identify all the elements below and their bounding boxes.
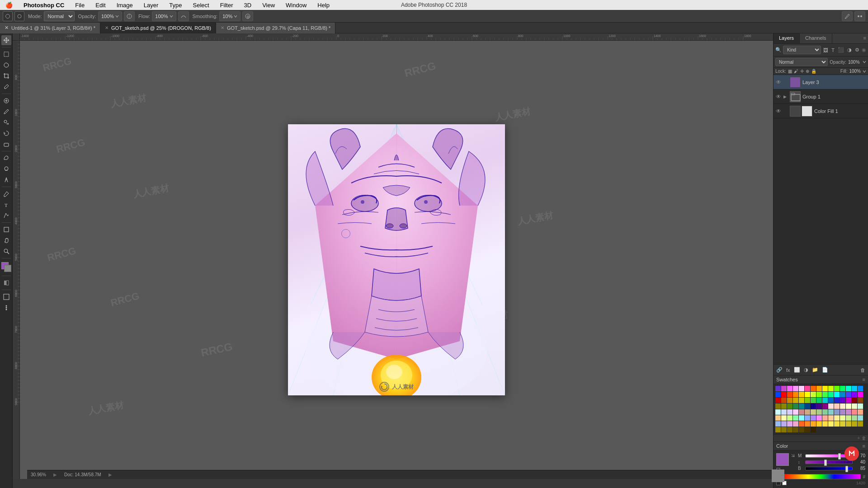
swatch-60[interactable] <box>858 404 863 409</box>
swatch-109[interactable] <box>793 427 798 432</box>
swatch-3[interactable] <box>787 386 793 391</box>
swatch-20[interactable] <box>799 392 804 397</box>
swap-colors-icon[interactable] <box>791 453 795 458</box>
swatch-17[interactable] <box>781 392 787 397</box>
swatch-89[interactable] <box>852 415 857 421</box>
swatch-80[interactable] <box>799 415 804 421</box>
swatch-27[interactable] <box>840 392 845 397</box>
menu-filter[interactable]: Filter <box>218 2 235 9</box>
link-layers-btn[interactable]: 🔗 <box>775 366 783 374</box>
dodge-tool[interactable] <box>1 175 11 185</box>
swatch-7[interactable] <box>811 386 816 391</box>
swatch-8[interactable] <box>816 386 822 391</box>
brush-preview[interactable] <box>3 11 13 21</box>
filter-kind-select[interactable]: Kind Name Effect Mode Attribute Color <box>783 46 821 54</box>
tab-channels[interactable]: Channels <box>800 33 832 43</box>
swatch-65[interactable] <box>799 409 804 415</box>
swatch-45[interactable] <box>858 398 863 403</box>
history-brush-tool[interactable] <box>1 128 11 138</box>
slider-b-track[interactable] <box>805 467 853 470</box>
swatch-88[interactable] <box>846 415 851 421</box>
swatch-58[interactable] <box>846 404 851 409</box>
swatch-18[interactable] <box>787 392 793 397</box>
swatch-70[interactable] <box>828 409 834 415</box>
swatch-95[interactable] <box>799 421 804 427</box>
swatch-14[interactable] <box>852 386 857 391</box>
menu-3d[interactable]: 3D <box>242 2 254 9</box>
tab-got-sketch1[interactable]: ✕ GOT_sketch.psd @ 25% (DROGON, RGB/8) <box>100 23 216 33</box>
tab-got-sketch2[interactable]: ✕ GOT_sketch.psd @ 29.7% (Capa 11, RGB/8… <box>216 23 335 33</box>
layer-item-colorfill1[interactable]: 👁 Color Fill 1 <box>774 104 868 118</box>
swatch-30[interactable] <box>858 392 863 397</box>
swatch-66[interactable] <box>805 409 810 415</box>
swatch-86[interactable] <box>834 415 840 421</box>
menu-select[interactable]: Select <box>191 2 211 9</box>
swatch-61[interactable] <box>775 409 781 415</box>
swatch-47[interactable] <box>781 404 787 409</box>
swatch-84[interactable] <box>822 415 828 421</box>
swatch-96[interactable] <box>805 421 810 427</box>
blur-tool[interactable] <box>1 164 11 174</box>
new-group-btn[interactable]: 📁 <box>811 366 819 374</box>
background-swatch[interactable] <box>4 265 11 272</box>
swatch-2[interactable] <box>781 386 787 391</box>
swatch-15[interactable] <box>858 386 863 391</box>
swatch-28[interactable] <box>846 392 851 397</box>
swatch-112[interactable] <box>811 427 816 432</box>
swatch-5[interactable] <box>799 386 804 391</box>
tab-layers[interactable]: Layers <box>774 33 800 43</box>
swatch-101[interactable] <box>834 421 840 427</box>
group1-expand[interactable]: ▶ <box>783 94 788 99</box>
filter-adjustment-icon[interactable]: ◑ <box>846 47 853 53</box>
swatch-108[interactable] <box>787 427 793 432</box>
swatch-99[interactable] <box>822 421 828 427</box>
swatch-100[interactable] <box>828 421 834 427</box>
layer-item-layer3[interactable]: 👁 Layer 3 <box>774 75 868 89</box>
swatch-32[interactable] <box>781 398 787 403</box>
swatch-77[interactable] <box>781 415 787 421</box>
swatch-69[interactable] <box>822 409 828 415</box>
swatch-59[interactable] <box>852 404 857 409</box>
swatch-71[interactable] <box>834 409 840 415</box>
swatch-11[interactable] <box>834 386 840 391</box>
swatch-111[interactable] <box>805 427 810 432</box>
menu-window[interactable]: Window <box>284 2 308 9</box>
swatch-83[interactable] <box>816 415 822 421</box>
swatch-110[interactable] <box>799 427 804 432</box>
apple-menu[interactable]: 🍎 <box>4 2 14 9</box>
lock-all-icon[interactable]: 🔒 <box>811 69 816 74</box>
extra-tool-btn[interactable] <box>854 11 865 21</box>
swatch-21[interactable] <box>805 392 810 397</box>
app-name[interactable]: Photoshop CC <box>22 2 66 9</box>
colorfill1-visibility[interactable]: 👁 <box>775 108 782 114</box>
swatch-72[interactable] <box>840 409 845 415</box>
smoothing-options[interactable]: ⚙ <box>242 11 253 21</box>
panel-menu-btn[interactable]: ≡ <box>862 33 868 43</box>
brush-tool[interactable] <box>1 107 11 117</box>
swatch-31[interactable] <box>775 398 781 403</box>
swatch-35[interactable] <box>799 398 804 403</box>
swatch-90[interactable] <box>858 415 863 421</box>
tab-got-sketch2-close[interactable]: ✕ <box>221 25 224 30</box>
new-layer-btn[interactable]: 📄 <box>821 366 829 374</box>
layer-item-group1[interactable]: 👁 ▶ Group 1 <box>774 89 868 104</box>
blend-mode-select[interactable]: Normal Dissolve Multiply Screen Overlay <box>775 58 828 66</box>
hue-spectrum-bar[interactable] <box>782 474 861 479</box>
swatch-38[interactable] <box>816 398 822 403</box>
artwork[interactable]: 人人素材 <box>288 124 505 395</box>
menu-file[interactable]: File <box>73 2 86 9</box>
swatch-78[interactable] <box>787 415 793 421</box>
swatch-75[interactable] <box>858 409 863 415</box>
filter-toggle[interactable]: ◉ <box>862 47 866 53</box>
swatch-55[interactable] <box>828 404 834 409</box>
lock-artboard-icon[interactable]: ⊕ <box>806 69 809 74</box>
swatch-63[interactable] <box>787 409 793 415</box>
swatches-delete-btn[interactable]: 🗑 <box>862 436 866 441</box>
screen-mode-toggle[interactable] <box>1 292 11 302</box>
swatch-57[interactable] <box>840 404 845 409</box>
filter-text-icon[interactable]: T <box>830 47 835 53</box>
filter-shape-icon[interactable]: ⬛ <box>837 47 845 53</box>
path-select-tool[interactable] <box>1 211 11 221</box>
swatches-header[interactable]: Swatches ≡ <box>774 375 868 384</box>
layer-fx-btn[interactable]: fx <box>785 366 791 374</box>
